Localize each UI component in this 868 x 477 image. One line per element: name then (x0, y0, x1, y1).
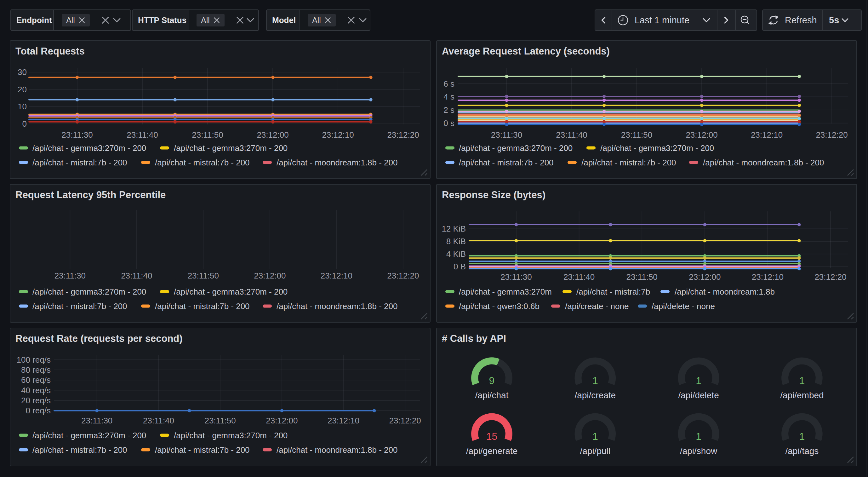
svg-text:40 req/s: 40 req/s (21, 386, 51, 395)
svg-text:23:12:00: 23:12:00 (686, 130, 717, 140)
svg-text:/api/chat - gemma3:270m - 200: /api/chat - gemma3:270m - 200 (174, 431, 287, 440)
svg-text:23:12:00: 23:12:00 (254, 271, 286, 280)
svg-text:23:12:00: 23:12:00 (257, 130, 288, 140)
svg-text:23:12:20: 23:12:20 (814, 272, 846, 282)
svg-text:23:12:10: 23:12:10 (751, 130, 783, 140)
svg-text:23:12:10: 23:12:10 (321, 271, 352, 280)
svg-text:Total Requests: Total Requests (16, 46, 85, 57)
svg-text:Last 1 minute: Last 1 minute (634, 15, 689, 25)
svg-text:23:12:20: 23:12:20 (387, 271, 419, 280)
svg-text:20 req/s: 20 req/s (21, 396, 51, 405)
svg-text:/api/delete: /api/delete (678, 390, 719, 400)
svg-text:23:11:50: 23:11:50 (192, 130, 223, 140)
svg-text:0 s: 0 s (443, 118, 455, 128)
svg-text:Request Rate (requests per sec: Request Rate (requests per second) (16, 333, 183, 344)
svg-text:Endpoint: Endpoint (17, 16, 52, 25)
svg-text:/api/create: /api/create (575, 390, 616, 400)
svg-text:/api/chat - gemma3:270m - 200: /api/chat - gemma3:270m - 200 (174, 143, 287, 153)
svg-text:All: All (312, 16, 321, 25)
svg-text:23:11:30: 23:11:30 (491, 130, 522, 140)
svg-text:Model: Model (272, 16, 296, 25)
svg-text:/api/chat - gemma3:270m - 200: /api/chat - gemma3:270m - 200 (32, 431, 146, 440)
svg-text:/api/show: /api/show (680, 446, 717, 456)
svg-text:/api/tags: /api/tags (785, 446, 818, 456)
svg-text:80 req/s: 80 req/s (21, 365, 51, 375)
svg-text:/api/chat - mistral:7b - 200: /api/chat - mistral:7b - 200 (155, 158, 250, 167)
svg-text:1: 1 (696, 431, 702, 442)
svg-text:/api/chat: /api/chat (475, 390, 509, 400)
svg-text:23:12:00: 23:12:00 (266, 416, 298, 425)
svg-text:0 B: 0 B (454, 262, 466, 271)
svg-text:/api/chat - mistral:7b - 200: /api/chat - mistral:7b - 200 (459, 158, 554, 167)
svg-text:/api/create - none: /api/create - none (565, 301, 629, 311)
svg-text:2 s: 2 s (443, 105, 455, 115)
svg-text:/api/chat - gemma3:270m - 200: /api/chat - gemma3:270m - 200 (32, 287, 146, 296)
svg-text:1: 1 (696, 375, 702, 386)
svg-text:/api/chat - gemma3:270m - 200: /api/chat - gemma3:270m - 200 (32, 143, 146, 153)
svg-text:23:12:00: 23:12:00 (689, 272, 721, 282)
svg-text:0: 0 (22, 119, 27, 128)
svg-text:23:12:20: 23:12:20 (816, 130, 847, 140)
svg-text:/api/chat - moondream:1.8b: /api/chat - moondream:1.8b (675, 287, 775, 296)
svg-text:0 req/s: 0 req/s (26, 406, 51, 415)
svg-text:23:12:10: 23:12:10 (328, 416, 359, 425)
svg-text:23:11:30: 23:11:30 (500, 272, 532, 282)
svg-text:15: 15 (486, 431, 498, 442)
svg-text:/api/chat - moondream:1.8b - 2: /api/chat - moondream:1.8b - 200 (703, 158, 824, 167)
svg-text:Refresh: Refresh (785, 15, 817, 25)
svg-text:4 KiB: 4 KiB (446, 249, 466, 259)
svg-text:Average Request Latency (secon: Average Request Latency (seconds) (442, 46, 610, 57)
svg-text:4 s: 4 s (443, 92, 455, 101)
svg-text:23:11:50: 23:11:50 (626, 272, 658, 282)
svg-text:23:11:50: 23:11:50 (205, 416, 236, 425)
svg-text:23:11:40: 23:11:40 (121, 271, 152, 280)
svg-text:/api/chat - gemma3:270m - 200: /api/chat - gemma3:270m - 200 (174, 287, 287, 296)
svg-text:23:11:40: 23:11:40 (556, 130, 587, 140)
svg-text:/api/chat - gemma3:270m - 200: /api/chat - gemma3:270m - 200 (600, 143, 714, 153)
svg-text:23:11:40: 23:11:40 (127, 130, 158, 140)
svg-text:1: 1 (799, 431, 805, 442)
svg-text:All: All (66, 16, 75, 25)
svg-text:/api/delete - none: /api/delete - none (652, 301, 715, 311)
svg-text:1: 1 (592, 431, 598, 442)
svg-text:/api/chat - moondream:1.8b - 2: /api/chat - moondream:1.8b - 200 (277, 301, 398, 311)
svg-text:6 s: 6 s (443, 79, 455, 89)
svg-text:8 KiB: 8 KiB (446, 237, 466, 246)
svg-text:Request Latency 95th Percentil: Request Latency 95th Percentile (16, 189, 166, 200)
svg-text:1: 1 (592, 375, 598, 386)
svg-text:/api/chat - mistral:7b - 200: /api/chat - mistral:7b - 200 (581, 158, 676, 167)
svg-text:23:11:30: 23:11:30 (61, 130, 93, 140)
svg-text:30: 30 (18, 67, 27, 77)
svg-text:/api/generate: /api/generate (466, 446, 518, 456)
svg-text:/api/chat - gemma3:270m - 200: /api/chat - gemma3:270m - 200 (459, 143, 572, 153)
svg-text:23:11:40: 23:11:40 (143, 416, 174, 425)
svg-text:5s: 5s (829, 15, 839, 25)
svg-text:23:12:10: 23:12:10 (752, 272, 784, 282)
svg-text:9: 9 (489, 375, 495, 386)
svg-text:23:12:20: 23:12:20 (387, 130, 419, 140)
svg-text:60 req/s: 60 req/s (21, 375, 51, 385)
svg-text:/api/chat - gemma3:270m: /api/chat - gemma3:270m (459, 287, 552, 296)
svg-text:/api/chat - mistral:7b - 200: /api/chat - mistral:7b - 200 (32, 301, 127, 311)
svg-text:/api/chat - mistral:7b - 200: /api/chat - mistral:7b - 200 (32, 445, 127, 455)
svg-text:1: 1 (799, 375, 805, 386)
svg-text:23:11:50: 23:11:50 (188, 271, 219, 280)
svg-text:100 req/s: 100 req/s (17, 355, 51, 364)
svg-text:/api/chat - moondream:1.8b - 2: /api/chat - moondream:1.8b - 200 (277, 445, 398, 455)
svg-text:/api/chat - mistral:7b - 200: /api/chat - mistral:7b - 200 (32, 158, 127, 167)
svg-text:/api/pull: /api/pull (580, 446, 611, 456)
svg-text:/api/chat - moondream:1.8b - 2: /api/chat - moondream:1.8b - 200 (277, 158, 398, 167)
svg-text:/api/chat - mistral:7b: /api/chat - mistral:7b (576, 287, 650, 296)
svg-text:23:11:30: 23:11:30 (55, 271, 86, 280)
svg-text:All: All (201, 16, 210, 25)
svg-text:20: 20 (18, 85, 27, 94)
svg-text:/api/chat - mistral:7b - 200: /api/chat - mistral:7b - 200 (155, 445, 250, 455)
svg-text:HTTP Status: HTTP Status (138, 16, 186, 25)
svg-text:23:11:40: 23:11:40 (563, 272, 595, 282)
svg-text:10: 10 (18, 102, 27, 111)
svg-text:Response Size (bytes): Response Size (bytes) (442, 189, 546, 200)
svg-text:23:11:30: 23:11:30 (81, 416, 113, 425)
svg-text:/api/chat - mistral:7b - 200: /api/chat - mistral:7b - 200 (155, 301, 250, 311)
svg-text:/api/chat - qwen3:0.6b: /api/chat - qwen3:0.6b (459, 301, 539, 311)
svg-text:23:11:50: 23:11:50 (621, 130, 652, 140)
